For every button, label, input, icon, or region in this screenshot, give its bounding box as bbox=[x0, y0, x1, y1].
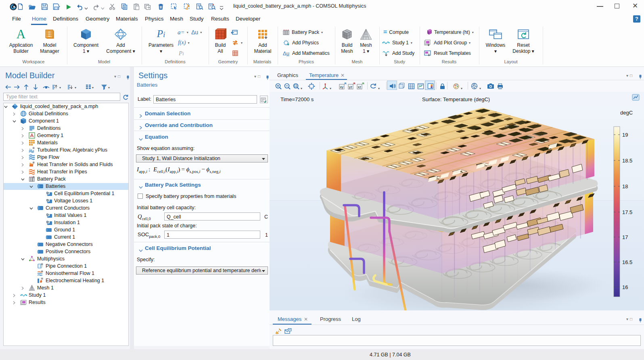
svg-text:D: D bbox=[46, 198, 49, 202]
svg-text:16: 16 bbox=[622, 284, 628, 290]
svg-text:18: 18 bbox=[622, 183, 628, 189]
svg-text:yz: yz bbox=[349, 85, 353, 89]
svg-text:degC: degC bbox=[620, 110, 633, 116]
svg-text:xz: xz bbox=[358, 85, 362, 89]
svg-text:D: D bbox=[46, 220, 49, 223]
svg-text:17.5: 17.5 bbox=[622, 209, 632, 215]
svg-text:16.5: 16.5 bbox=[622, 259, 632, 265]
svg-text:D: D bbox=[46, 212, 49, 216]
svg-text:19: 19 bbox=[622, 132, 628, 138]
svg-text:D: D bbox=[46, 191, 49, 194]
svg-text:xy: xy bbox=[340, 85, 344, 89]
svg-text:18.5: 18.5 bbox=[622, 158, 632, 164]
svg-text:17: 17 bbox=[622, 234, 628, 240]
